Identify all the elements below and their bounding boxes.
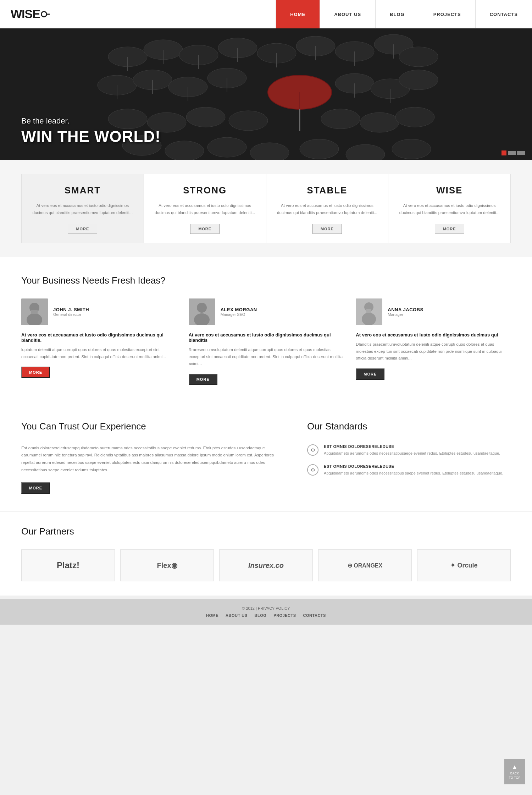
- partners-grid: Platz! Flex◉ Insurex.co ⊕ ORANGEX ✦ Orcu…: [21, 549, 511, 581]
- nav-home[interactable]: HOME: [276, 0, 320, 28]
- feature-wise-btn[interactable]: MORE: [435, 224, 464, 234]
- standard-title-2: EST OMNIS DOLORESERELEDUSE: [324, 464, 503, 468]
- header: WISE HOME ABOUT US BLOG PROJECTS CONTACT…: [0, 0, 532, 28]
- avatar-2: [189, 298, 215, 325]
- business-section-title: Your Business Needs Fresh Ideas?: [21, 275, 511, 286]
- trust-text: Est omnis doloresereledusempquibdameto a…: [21, 444, 286, 474]
- standard-desc-1: Apquibdameto aerumoms odes necessitatibu…: [324, 450, 500, 457]
- standard-icon-2: ⚙: [307, 464, 318, 476]
- team-more-btn-1[interactable]: MORE: [21, 367, 50, 378]
- partner-flex-text: Flex◉: [157, 561, 177, 570]
- feature-stable-desc: At vero eos et accusamus et iusto odio d…: [275, 202, 379, 216]
- hero-dot-active[interactable]: [501, 150, 506, 155]
- feature-smart: SMART At vero eos et accusamus et iusto …: [21, 174, 144, 243]
- partner-flex[interactable]: Flex◉: [120, 549, 214, 581]
- partner-orcule-text: ✦ Orcule: [450, 561, 477, 569]
- feature-smart-desc: At vero eos et accusamus et iusto odio d…: [31, 202, 135, 216]
- avatar-1: [21, 298, 48, 325]
- team-content-text-2: Rraresentiumvoluptatum deleniti atque co…: [189, 346, 344, 367]
- footer-copyright: © 2012 | PRIVACY POLICY: [7, 606, 525, 610]
- hero-dot-2[interactable]: [508, 151, 516, 155]
- team-role-3: Manager: [388, 312, 423, 317]
- feature-strong: STRONG At vero eos et accusamus et iusto…: [144, 174, 266, 243]
- team-member-3: ANNA JACOBS Manager At vero eos et accus…: [356, 298, 511, 385]
- features-section: SMART At vero eos et accusamus et iusto …: [0, 160, 532, 257]
- partner-platz[interactable]: Platz!: [21, 549, 115, 581]
- team-header-3: ANNA JACOBS Manager: [356, 298, 511, 325]
- feature-strong-btn[interactable]: MORE: [190, 224, 220, 234]
- trust-more-btn[interactable]: MORE: [21, 482, 50, 494]
- nav-contacts[interactable]: CONTACTS: [475, 0, 532, 28]
- partner-insurex[interactable]: Insurex.co: [219, 549, 313, 581]
- team-name-1: JOHN J. SMITH: [53, 307, 89, 312]
- svg-point-52: [197, 303, 207, 313]
- team-header-2: ALEX MORGAN Manager SEO: [189, 298, 344, 325]
- svg-point-56: [362, 313, 376, 325]
- team-content-text-1: luptatum deleniti atque corrupti quos do…: [21, 346, 176, 360]
- feature-smart-btn[interactable]: MORE: [68, 224, 97, 234]
- team-info-1: JOHN J. SMITH General director: [53, 307, 89, 317]
- trust-standards-section: You Can Trust Our Experience Est omnis d…: [0, 403, 532, 512]
- team-content-title-1: At vero eos et accusamus et iusto odio d…: [21, 332, 176, 343]
- partner-orcule[interactable]: ✦ Orcule: [417, 549, 511, 581]
- standard-icon-1: ⚙: [307, 444, 318, 456]
- team-content-text-3: Dlanditis praecentiumvoluptatum deleniti…: [356, 341, 511, 362]
- partner-platz-text: Platz!: [57, 560, 79, 570]
- feature-stable-btn[interactable]: MORE: [312, 224, 342, 234]
- avatar-1-img: [21, 298, 48, 325]
- feature-stable: STABLE At vero eos et accusamus et iusto…: [266, 174, 389, 243]
- feature-wise-title: WISE: [397, 185, 501, 196]
- feature-strong-title: STRONG: [153, 185, 257, 196]
- standards-section: Our Standards ⚙ EST OMNIS DOLORESERELEDU…: [307, 421, 511, 494]
- hero-subtitle: Be the leader.: [21, 116, 161, 126]
- nav-blog[interactable]: BLOG: [375, 0, 419, 28]
- footer-link-about[interactable]: ABOUT US: [226, 613, 247, 618]
- hero-title: WIN THE WORLD!: [21, 128, 161, 146]
- logo-icon: [41, 11, 47, 17]
- partners-section: Our Partners Platz! Flex◉ Insurex.co ⊕ O…: [0, 511, 532, 596]
- avatar-2-img: [189, 298, 215, 325]
- avatar-3: [356, 298, 382, 325]
- svg-rect-57: [366, 309, 371, 313]
- team-content-title-3: At vero eos et accusamus et iusto odio d…: [356, 332, 511, 338]
- hero-pagination: [501, 150, 525, 155]
- team-content-title-2: At vero eos et accusamus et iusto odio d…: [189, 332, 344, 343]
- team-more-btn-2[interactable]: MORE: [189, 374, 217, 385]
- partner-orangex[interactable]: ⊕ ORANGEX: [318, 549, 412, 581]
- feature-smart-title: SMART: [31, 185, 135, 196]
- footer-links: HOME ABOUT US BLOG PROJECTS CONTACTS: [7, 613, 525, 618]
- nav-projects[interactable]: PROJECTS: [419, 0, 475, 28]
- hero-dot-3[interactable]: [517, 151, 525, 155]
- feature-strong-desc: At vero eos et accusamus et iusto odio d…: [153, 202, 257, 216]
- feature-wise-desc: At vero eos et accusamus et iusto odio d…: [397, 202, 501, 216]
- team-more-btn-3[interactable]: MORE: [356, 368, 384, 380]
- partner-insurex-text: Insurex.co: [248, 561, 284, 570]
- footer-link-projects[interactable]: PROJECTS: [273, 613, 296, 618]
- team-info-2: ALEX MORGAN Manager SEO: [221, 307, 257, 317]
- main-nav: HOME ABOUT US BLOG PROJECTS CONTACTS: [276, 0, 532, 28]
- feature-wise: WISE At vero eos et accusamus et iusto o…: [388, 174, 511, 243]
- footer-link-blog[interactable]: BLOG: [255, 613, 267, 618]
- trust-title: You Can Trust Our Experience: [21, 421, 286, 432]
- standards-title: Our Standards: [307, 421, 511, 432]
- nav-about[interactable]: ABOUT US: [320, 0, 375, 28]
- team-role-2: Manager SEO: [221, 312, 257, 317]
- team-name-3: ANNA JACOBS: [388, 307, 423, 312]
- business-section: Your Business Needs Fresh Ideas? JOHN J.…: [0, 257, 532, 403]
- standard-content-2: EST OMNIS DOLORESERELEDUSE Apquibdameto …: [324, 464, 503, 477]
- team-info-3: ANNA JACOBS Manager: [388, 307, 423, 317]
- hero-section: Be the leader. WIN THE WORLD!: [0, 28, 532, 160]
- partners-title: Our Partners: [21, 526, 511, 537]
- partner-orangex-text: ⊕ ORANGEX: [348, 562, 382, 569]
- logo-text: WISE: [11, 7, 40, 21]
- footer: © 2012 | PRIVACY POLICY HOME ABOUT US BL…: [0, 599, 532, 625]
- team-header-1: JOHN J. SMITH General director: [21, 298, 176, 325]
- trust-section: You Can Trust Our Experience Est omnis d…: [21, 421, 286, 494]
- standard-content-1: EST OMNIS DOLORESERELEDUSE Apquibdameto …: [324, 444, 500, 457]
- footer-link-home[interactable]: HOME: [206, 613, 218, 618]
- svg-rect-50: [31, 310, 38, 314]
- team-role-1: General director: [53, 312, 89, 317]
- team-grid: JOHN J. SMITH General director At vero e…: [21, 298, 511, 385]
- footer-link-contacts[interactable]: CONTACTS: [303, 613, 326, 618]
- avatar-3-img: [356, 298, 382, 325]
